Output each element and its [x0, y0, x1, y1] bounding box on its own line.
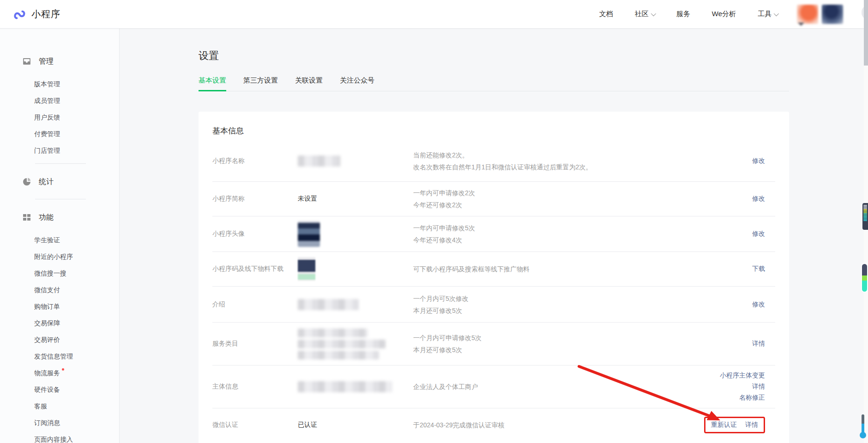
sidebar-item-label: 微信搜一搜: [34, 269, 66, 277]
action-link[interactable]: 修改: [752, 195, 765, 203]
sidebar-item[interactable]: 学生验证: [34, 232, 119, 248]
action-link[interactable]: 名称修正: [739, 394, 765, 402]
nav-item[interactable]: We分析: [712, 10, 736, 18]
sidebar-section-1[interactable]: 统计: [22, 176, 119, 188]
info-row: 主体信息企业法人及个体工商户小程序主体变更详情名称修正: [212, 365, 775, 408]
tab-2[interactable]: 关联设置: [295, 76, 323, 91]
sidebar-item[interactable]: 购物订单: [34, 298, 119, 315]
avatar[interactable]: [797, 5, 818, 24]
sidebar-item[interactable]: 用户反馈: [34, 109, 119, 126]
sidebar-item-list: 版本管理成员管理用户反馈付费管理门店管理: [0, 76, 119, 159]
sidebar-item-label: 订阅消息: [34, 419, 60, 426]
row-actions: 详情: [752, 340, 775, 348]
action-link[interactable]: 小程序主体变更: [720, 371, 765, 380]
sidebar-item-label: 客服: [34, 402, 47, 410]
action-link[interactable]: 修改: [752, 230, 765, 238]
miniprogram-logo[interactable]: 小程序: [13, 7, 60, 21]
nav-item-label: 社区: [635, 10, 649, 18]
nav-item[interactable]: 服务: [676, 10, 690, 18]
sidebar-section-0[interactable]: 管理: [22, 55, 119, 67]
miniprogram-qr-image: [298, 257, 315, 281]
sidebar-item[interactable]: 交易保障: [34, 315, 119, 331]
tab-1[interactable]: 第三方设置: [243, 76, 278, 91]
redacted-value: [298, 381, 392, 392]
sidebar-item[interactable]: 版本管理: [34, 76, 119, 92]
row-actions: 重新认证详情: [704, 417, 775, 433]
row-actions: 下载: [752, 265, 775, 273]
extension-stripes-widget[interactable]: [862, 203, 868, 230]
action-link[interactable]: 详情: [752, 383, 765, 391]
action-link[interactable]: 重新认证: [711, 421, 737, 429]
extension-gradient-widget[interactable]: [862, 264, 867, 292]
sidebar-item[interactable]: 硬件设备: [34, 381, 119, 398]
row-label: 服务类目: [212, 340, 298, 348]
nav-item-label: 文档: [599, 10, 613, 18]
sidebar-item-label: 付费管理: [34, 130, 60, 138]
sidebar-section-title: 管理: [39, 57, 54, 66]
account-avatars: [797, 5, 843, 24]
action-link[interactable]: 详情: [752, 340, 765, 348]
chevron-down-icon: [774, 11, 779, 16]
sidebar-item-label: 交易保障: [34, 319, 60, 327]
row-hints: 一年内可申请修改5次今年还可修改4次: [413, 222, 752, 246]
nav-item[interactable]: 工具: [758, 10, 778, 18]
sidebar-item[interactable]: 客服: [34, 398, 119, 414]
thermometer-icon[interactable]: [861, 414, 865, 438]
sidebar-item[interactable]: 微信支付: [34, 281, 119, 298]
sidebar-item-list: 学生验证附近的小程序微信搜一搜微信支付购物订单交易保障交易评价发货信息管理物流服…: [0, 232, 119, 443]
miniprogram-avatar-image: [298, 221, 320, 247]
row-actions: 修改: [752, 230, 775, 238]
chevron-down-icon: [651, 11, 656, 16]
sidebar-item[interactable]: 微信搜一搜: [34, 265, 119, 281]
redacted-value: [298, 156, 340, 167]
sidebar-item[interactable]: 附近的小程序: [34, 248, 119, 265]
row-label: 主体信息: [212, 383, 298, 391]
row-actions: 修改: [752, 195, 775, 203]
nav-item-label: We分析: [712, 10, 736, 18]
avatar[interactable]: [822, 5, 843, 24]
sidebar-item[interactable]: 物流服务: [34, 365, 119, 381]
row-hints: 于2024-03-29完成微信认证审核: [413, 419, 704, 431]
action-link[interactable]: 修改: [752, 157, 765, 165]
action-link[interactable]: 下载: [752, 265, 765, 273]
notification-dot: [62, 368, 64, 371]
row-value-text: 未设置: [298, 195, 317, 202]
row-value: 未设置: [298, 195, 413, 203]
row-hints: 可下载小程序码及搜索框等线下推广物料: [413, 263, 752, 275]
sidebar-section-title: 统计: [39, 177, 54, 187]
sidebar-item[interactable]: 成员管理: [34, 92, 119, 109]
sidebar-item-label: 附近的小程序: [34, 253, 73, 260]
sidebar-item[interactable]: 页面内容接入: [34, 431, 119, 443]
sidebar-item[interactable]: 门店管理: [34, 142, 119, 159]
hint-line: 一年内可申请修改5次: [413, 222, 752, 234]
nav-item-label: 服务: [676, 10, 690, 18]
hint-line: 今年还可修改4次: [413, 234, 752, 246]
hint-line: 一个月内可申请修改5次: [413, 332, 752, 344]
hint-line: 一个月内可5次修改: [413, 293, 752, 305]
sidebar-item[interactable]: 交易评价: [34, 331, 119, 348]
hint-line: 于2024-03-29完成微信认证审核: [413, 419, 704, 431]
tab-3[interactable]: 关注公众号: [340, 76, 374, 91]
nav-item[interactable]: 文档: [599, 10, 613, 18]
action-link[interactable]: 详情: [745, 421, 758, 429]
sidebar-item[interactable]: 订阅消息: [34, 414, 119, 431]
action-link[interactable]: 修改: [752, 300, 765, 309]
tab-basic-settings[interactable]: 基本设置: [199, 76, 226, 91]
redacted-value: [298, 351, 379, 359]
scrollbar-thumb[interactable]: [864, 0, 868, 66]
nav-item[interactable]: 社区: [635, 10, 655, 18]
sidebar-section-2[interactable]: 功能: [22, 211, 119, 223]
hint-line: 企业法人及个体工商户: [413, 381, 720, 393]
row-actions: 修改: [752, 300, 775, 309]
sidebar-item-label: 购物订单: [34, 303, 60, 310]
hint-line: 本月还可修改5次: [413, 305, 752, 317]
sidebar-section-title: 功能: [39, 213, 54, 222]
pie-icon: [22, 177, 31, 186]
sidebar-item[interactable]: 发货信息管理: [34, 348, 119, 365]
sidebar-item-label: 学生验证: [34, 236, 60, 244]
sidebar-item-label: 微信支付: [34, 286, 60, 293]
sidebar-item[interactable]: 付费管理: [34, 126, 119, 142]
row-hints: 一年内可申请修改2次今年还可修改2次: [413, 187, 752, 211]
nav-item-label: 工具: [758, 10, 772, 18]
row-label: 小程序简称: [212, 195, 298, 203]
